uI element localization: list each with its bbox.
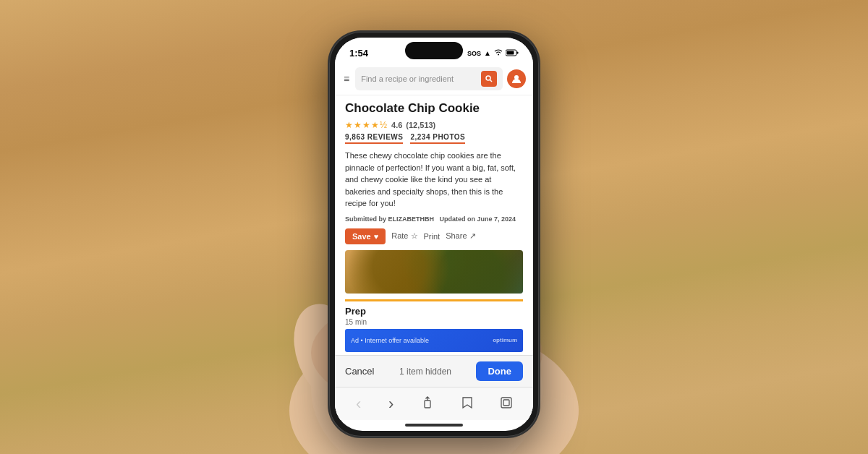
cancel-button[interactable]: Cancel [345, 366, 374, 377]
wifi-icon [494, 49, 503, 58]
phone-device: 1:54 SOS ▲ [329, 32, 539, 437]
ad-banner: Ad • Internet offer available optimum [345, 329, 523, 352]
phone-body: 1:54 SOS ▲ [329, 32, 539, 437]
share-button[interactable] [415, 393, 440, 415]
rating-value: 4.6 [391, 121, 402, 129]
blocking-bar: Cancel 1 item hidden Done [335, 355, 533, 387]
svg-rect-15 [501, 398, 511, 408]
svg-rect-10 [506, 51, 514, 54]
home-indicator [405, 424, 463, 427]
signal-icon: ▲ [484, 49, 491, 57]
back-button[interactable]: ‹ [350, 392, 367, 416]
recipe-description: These chewy chocolate chip cookies are t… [345, 150, 523, 210]
recipe-title: Chocolate Chip Cookie [345, 101, 523, 116]
sos-label: SOS [467, 50, 481, 57]
rating-count: (12,513) [406, 121, 435, 129]
phone-screen: 1:54 SOS ▲ [335, 38, 533, 431]
search-bar: ≡ Find a recipe or ingredient [335, 63, 533, 95]
menu-icon[interactable]: ≡ [342, 72, 351, 86]
rate-link[interactable]: Rate ☆ [391, 231, 417, 241]
print-link[interactable]: Print [424, 232, 441, 241]
save-label: Save [352, 232, 371, 241]
browser-toolbar: ‹ › [335, 387, 533, 420]
forward-button[interactable]: › [383, 392, 399, 416]
svg-point-11 [486, 76, 490, 80]
prep-title: Prep [345, 306, 523, 317]
heart-icon: ♥ [374, 232, 379, 241]
search-input: Find a recipe or ingredient [361, 74, 477, 83]
share-link[interactable]: Share ↗ [446, 231, 475, 241]
battery-icon [506, 49, 519, 58]
prep-time: 15 min [345, 318, 523, 326]
svg-rect-14 [425, 401, 430, 408]
status-time: 1:54 [349, 48, 368, 59]
updated-label: Updated on June 7, 2024 [440, 215, 516, 223]
action-buttons: Save ♥ Rate ☆ Print Share ↗ [345, 228, 523, 244]
tabs-button[interactable] [495, 394, 518, 414]
rating-row: ★★★★½ 4.6 (12,513) [345, 120, 523, 130]
submitted-by: Submitted by ELIZABETHBH Updated on June… [345, 215, 523, 223]
done-button[interactable]: Done [476, 361, 523, 381]
hidden-count: 1 item hidden [399, 367, 451, 377]
author-name[interactable]: ELIZABETHBH [388, 215, 435, 223]
ad-logo: optimum [493, 337, 517, 343]
svg-rect-9 [516, 51, 518, 53]
svg-line-12 [490, 80, 493, 82]
search-input-container[interactable]: Find a recipe or ingredient [355, 67, 503, 90]
svg-rect-16 [503, 400, 509, 406]
review-links: 9,863 REVIEWS 2,234 PHOTOS [345, 133, 523, 144]
browser-content: ≡ Find a recipe or ingredient [335, 63, 533, 420]
dynamic-island [405, 42, 463, 59]
rating-stars: ★★★★½ [345, 120, 388, 130]
scene: 1:54 SOS ▲ [0, 0, 868, 454]
prep-section: Prep 15 min [345, 299, 523, 326]
reviews-link[interactable]: 9,863 REVIEWS [345, 133, 403, 144]
bookmarks-button[interactable] [456, 393, 479, 415]
submitted-label: Submitted by [345, 215, 386, 223]
save-button[interactable]: Save ♥ [345, 228, 386, 244]
page-content: Chocolate Chip Cookie ★★★★½ 4.6 (12,513)… [335, 95, 533, 358]
cookie-image [345, 250, 523, 294]
status-icons: SOS ▲ [467, 49, 519, 58]
user-avatar[interactable] [507, 69, 526, 88]
photos-link[interactable]: 2,234 PHOTOS [410, 133, 465, 144]
ad-text: Ad • Internet offer available [351, 337, 429, 344]
search-button[interactable] [481, 71, 497, 87]
